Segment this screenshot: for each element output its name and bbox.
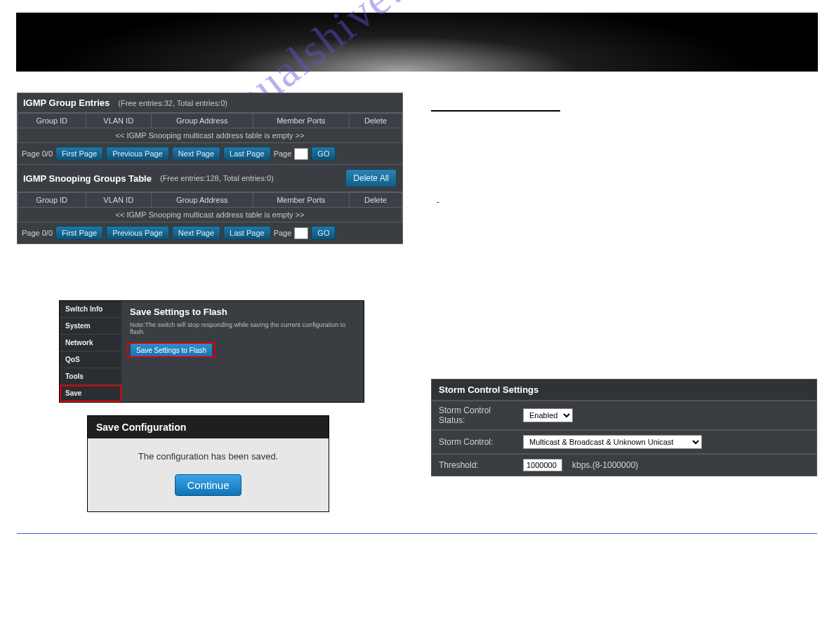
- nav-system[interactable]: System: [60, 318, 121, 335]
- threshold-label: Threshold:: [439, 460, 513, 470]
- continue-button[interactable]: Continue: [175, 474, 241, 496]
- footer-rule: [17, 533, 817, 534]
- col-vlan-id: VLAN ID: [86, 193, 151, 208]
- threshold-unit: kbps.(8-1000000): [572, 460, 638, 470]
- igmp-group-title: IGMP Group Entries: [23, 98, 110, 108]
- page-label: Page: [274, 229, 292, 237]
- save-config-title: Save Configuration: [88, 416, 329, 438]
- go-button[interactable]: GO: [311, 147, 336, 161]
- igmp-group-empty: << IGMP Snooping multicast address table…: [18, 128, 402, 143]
- igmp-group-pager: Page 0/0 First Page Previous Page Next P…: [18, 143, 402, 164]
- page-header-banner: [16, 13, 818, 72]
- igmp-group-stats: (Free entries:32, Total entries:0): [118, 99, 227, 107]
- next-page-button[interactable]: Next Page: [172, 147, 220, 161]
- igmp-group-table: Group ID VLAN ID Group Address Member Po…: [18, 113, 402, 143]
- col-delete: Delete: [349, 193, 402, 208]
- col-group-address: Group Address: [151, 114, 253, 128]
- page-input[interactable]: [294, 227, 308, 239]
- nav-save[interactable]: Save: [60, 385, 121, 402]
- side-nav: Switch Info System Network QoS Tools Sav…: [60, 301, 121, 402]
- page-indicator: Page 0/0: [22, 149, 53, 158]
- last-page-button[interactable]: Last Page: [223, 226, 271, 240]
- igmp-snoop-empty: << IGMP Snooping multicast address table…: [18, 208, 402, 222]
- igmp-snoop-table: Group ID VLAN ID Group Address Member Po…: [18, 192, 402, 222]
- col-group-id: Group ID: [18, 193, 86, 208]
- first-page-button[interactable]: First Page: [55, 147, 103, 161]
- storm-control-panel: Storm Control Settings Storm Control Sta…: [431, 379, 817, 476]
- nav-network[interactable]: Network: [60, 335, 121, 351]
- igmp-snoop-title: IGMP Snooping Groups Table: [23, 173, 152, 184]
- threshold-input[interactable]: [523, 459, 562, 471]
- page-indicator: Page 0/0: [22, 229, 53, 237]
- save-settings-button[interactable]: Save Settings to Flash: [130, 342, 213, 358]
- first-page-button[interactable]: First Page: [55, 226, 103, 240]
- igmp-group-entries-panel: IGMP Group Entries (Free entries:32, Tot…: [17, 93, 403, 244]
- previous-page-button[interactable]: Previous Page: [106, 147, 169, 161]
- nav-switch-info[interactable]: Switch Info: [60, 301, 121, 318]
- page-input[interactable]: [294, 148, 308, 160]
- page-label: Page: [274, 149, 292, 158]
- col-member-ports: Member Ports: [253, 114, 349, 128]
- storm-status-select[interactable]: Enabled: [523, 408, 573, 422]
- col-member-ports: Member Ports: [253, 193, 349, 208]
- col-group-address: Group Address: [151, 193, 253, 208]
- igmp-snoop-stats: (Free entries:128, Total entries:0): [160, 174, 274, 182]
- go-button[interactable]: GO: [311, 226, 336, 240]
- storm-control-select[interactable]: Multicast & Broadcast & Unknown Unicast: [523, 435, 702, 449]
- save-settings-title: Save Settings to Flash: [130, 307, 355, 317]
- igmp-snoop-pager: Page 0/0 First Page Previous Page Next P…: [18, 222, 402, 243]
- save-config-message: The configuration has been saved.: [95, 451, 322, 462]
- delete-all-button[interactable]: Delete All: [345, 169, 397, 187]
- col-group-id: Group ID: [18, 114, 86, 128]
- nav-qos[interactable]: QoS: [60, 351, 121, 368]
- section-heading: [431, 100, 560, 112]
- save-settings-note: Note:The switch will stop responding whi…: [130, 321, 355, 335]
- save-settings-panel: Switch Info System Network QoS Tools Sav…: [59, 300, 364, 403]
- save-config-dialog: Save Configuration The configuration has…: [87, 415, 329, 512]
- nav-tools[interactable]: Tools: [60, 368, 121, 385]
- inline-link[interactable]: [437, 194, 605, 203]
- storm-control-title: Storm Control Settings: [431, 379, 817, 401]
- previous-page-button[interactable]: Previous Page: [106, 226, 169, 240]
- last-page-button[interactable]: Last Page: [223, 147, 271, 161]
- col-vlan-id: VLAN ID: [86, 114, 151, 128]
- next-page-button[interactable]: Next Page: [172, 226, 220, 240]
- storm-control-label: Storm Control:: [439, 437, 513, 447]
- col-delete: Delete: [349, 114, 402, 128]
- storm-status-label: Storm Control Status:: [439, 405, 513, 425]
